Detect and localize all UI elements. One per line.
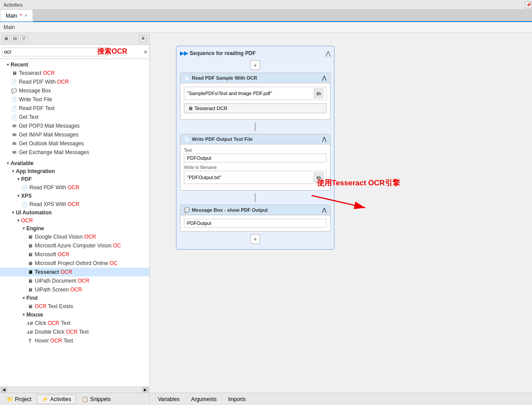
sort-icon[interactable]: ⊟ xyxy=(11,35,18,42)
find-section[interactable]: ▼ Find xyxy=(0,294,149,302)
xps-label: XPS xyxy=(21,193,32,199)
recent-get-pop3[interactable]: ✉ Get POP3 Mail Messages xyxy=(0,122,149,130)
engine-section[interactable]: ▼ Engine xyxy=(0,225,149,232)
scroll-left[interactable]: ◀ xyxy=(1,387,7,393)
ms-icon: 🖥 xyxy=(26,251,33,258)
tab-close-icon[interactable]: × xyxy=(25,13,27,18)
text-field-input[interactable]: PDFOutput xyxy=(184,154,327,162)
recent-get-outlook[interactable]: ✉ Get Outlook Mail Messages xyxy=(0,139,149,148)
ocr-text-exists[interactable]: 🖥 OCR Text Exists xyxy=(0,302,149,311)
text-field-row: Text PDFOutput xyxy=(184,148,327,162)
oxford-icon: 🖥 xyxy=(26,260,33,267)
filename-browse-btn[interactable]: 🗁 xyxy=(314,173,323,182)
add-activity-bottom[interactable]: + xyxy=(250,234,260,244)
main-tab[interactable]: Main * × xyxy=(0,9,33,22)
message-value: PDFOutput xyxy=(187,221,211,226)
tab-snippets[interactable]: 📋 Snippets xyxy=(77,394,116,404)
recent-read-pdf-text[interactable]: 📄 Read PDF Text xyxy=(0,104,149,113)
mouse-section[interactable]: ▼ Mouse xyxy=(0,311,149,319)
activities-footer-label: Activities xyxy=(50,396,71,402)
engine-arrow: ▼ xyxy=(21,226,26,231)
uipath-document-ocr[interactable]: 🖥 UiPath Document OCR xyxy=(0,276,149,285)
pdf-read-pdf-ocr[interactable]: 📄 Read PDF With OCR xyxy=(0,183,149,192)
tab-project[interactable]: 📁 Project xyxy=(2,394,36,404)
microsoft-ocr[interactable]: 🖥 Microsoft OCR xyxy=(0,250,149,259)
xps-read-ocr[interactable]: 📄 Read XPS With OCR xyxy=(0,200,149,209)
file-path-value: "SamplePDFs\Text and Image PDF.pdf" xyxy=(187,91,314,96)
text-field-label: Text xyxy=(184,148,327,153)
tesseract-ocr-engine[interactable]: 🖥 Tesseract OCR xyxy=(0,268,149,276)
add-activity-top[interactable]: + xyxy=(250,60,260,70)
activities-panel-header: Activities 📌 xyxy=(0,0,532,10)
write-pdf-icon: 📄 xyxy=(184,136,190,142)
pin-icon[interactable]: 📌 xyxy=(525,1,532,8)
ms-oxford[interactable]: 🖥 Microsoft Project Oxford Online OC xyxy=(0,259,149,268)
ui-automation-section[interactable]: ▼ UI Automation xyxy=(0,209,149,217)
uipath-screen-label: UiPath Screen OCR xyxy=(35,287,82,293)
click-icon: 𝐴𝐵 xyxy=(26,320,33,327)
pdf-read-icon: 📄 xyxy=(21,184,28,191)
recent-get-imap[interactable]: ✉ Get IMAP Mail Messages xyxy=(0,130,149,139)
sequence-collapse-icon[interactable]: ⋀ xyxy=(326,50,330,57)
search-input[interactable] xyxy=(2,48,107,56)
ocr-section[interactable]: ▼ OCR xyxy=(0,217,149,225)
message-box-collapse[interactable]: ⋀ xyxy=(322,207,327,213)
ocr-exists-label: OCR Text Exists xyxy=(35,303,73,309)
scroll-right[interactable]: ▶ xyxy=(142,387,148,393)
app-integration-section[interactable]: ▼ App Integration xyxy=(0,167,149,175)
filter-icon[interactable]: ▽ xyxy=(20,35,27,42)
search-close-icon[interactable]: × xyxy=(144,48,147,55)
recent-get-text[interactable]: 📄 Get Text xyxy=(0,113,149,122)
read-pdf-icon: 📄 xyxy=(184,75,190,81)
double-click-ocr-text[interactable]: 𝐴𝐵 Double Click OCR Text xyxy=(0,328,149,336)
recent-tesseract-ocr[interactable]: 🖥 Tesseract OCR xyxy=(0,69,149,77)
pop3-icon: ✉ xyxy=(11,122,18,129)
read-pdf-text-icon: 📄 xyxy=(11,105,18,112)
filename-input[interactable]: 🗁 xyxy=(184,171,327,184)
tab-modified: * xyxy=(20,13,22,19)
uipath-screen-ocr[interactable]: 🖥 UiPath Screen OCR xyxy=(0,285,149,294)
variables-tab[interactable]: Variables xyxy=(153,394,184,404)
click-ocr-text[interactable]: 𝐴𝐵 Click OCR Text xyxy=(0,319,149,328)
search-bar: 搜索OCR × xyxy=(0,45,149,59)
read-pdf-text-label: Read PDF Text xyxy=(19,105,55,111)
arguments-tab[interactable]: Arguments xyxy=(186,394,221,404)
recent-get-exchange[interactable]: ✉ Get Exchange Mail Messages xyxy=(0,148,149,157)
write-pdf-collapse[interactable]: ⋀ xyxy=(322,136,327,142)
xps-arrow: ▼ xyxy=(16,193,21,199)
horizontal-scrollbar[interactable]: ◀ ▶ xyxy=(0,387,149,393)
ui-auto-arrow: ▼ xyxy=(11,210,16,215)
text-field-value: PDFOutput xyxy=(187,155,211,161)
read-pdf-collapse[interactable]: ⋀ xyxy=(322,75,327,81)
recent-write-text-file[interactable]: 📄 Write Text File xyxy=(0,95,149,104)
recent-read-pdf-ocr[interactable]: 📄 Read PDF With OCR xyxy=(0,77,149,86)
message-field-input[interactable]: PDFOutput xyxy=(184,219,327,228)
recent-section[interactable]: ▼ Recent xyxy=(0,61,149,69)
get-text-icon: 📄 xyxy=(11,114,18,121)
exchange-icon: ✉ xyxy=(11,149,18,156)
add-to-favorites-icon[interactable]: ⊞ xyxy=(3,35,10,42)
azure-icon: 🖥 xyxy=(26,242,33,249)
sequence-title: ▶▶ Sequence for reading PDF xyxy=(180,50,256,56)
recent-message-box[interactable]: 💬 Message Box xyxy=(0,86,149,95)
write-pdf-title-group: 📄 Write PDF Output Text File xyxy=(184,136,253,142)
google-cloud-vision[interactable]: 🖥 Google Cloud Vision OCR xyxy=(0,232,149,241)
scroll-track[interactable] xyxy=(8,388,141,392)
dock-icon[interactable]: ⧉ xyxy=(139,35,147,42)
imap-icon: ✉ xyxy=(11,131,18,138)
filename-text[interactable] xyxy=(187,175,314,180)
read-pdf-block: 📄 Read PDF Sample With OCR ⋀ "SamplePDFs… xyxy=(180,73,330,120)
available-section[interactable]: ▼ Available xyxy=(0,159,149,167)
recent-label: Recent xyxy=(11,62,28,68)
pdf-section[interactable]: ▼ PDF xyxy=(0,175,149,183)
hover-ocr-text[interactable]: T Hover OCR Text xyxy=(0,336,149,345)
xps-section[interactable]: ▼ XPS xyxy=(0,192,149,200)
find-arrow: ▼ xyxy=(21,295,26,301)
pop3-label: Get POP3 Mail Messages xyxy=(19,123,80,129)
workflow-area: ▶▶ Sequence for reading PDF ⋀ + 📄 Read P… xyxy=(150,33,532,405)
browse-button[interactable]: 🗁 xyxy=(314,88,323,98)
tab-activities[interactable]: ⚡ Activities xyxy=(37,394,76,404)
ms-azure-cv[interactable]: 🖥 Microsoft Azure Computer Vision OC xyxy=(0,241,149,250)
imports-tab[interactable]: Imports xyxy=(223,394,250,404)
tesseract-box-label: Tesseract OCR xyxy=(194,106,227,111)
